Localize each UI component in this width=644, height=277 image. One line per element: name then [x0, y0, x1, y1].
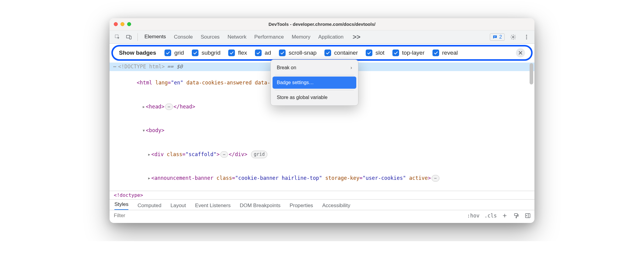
settings-icon[interactable]: [508, 32, 518, 42]
cls-toggle[interactable]: .cls: [484, 213, 497, 219]
traffic-lights: [114, 22, 131, 26]
svg-point-3: [513, 36, 514, 38]
ellipsis-pill[interactable]: ⋯: [432, 175, 439, 182]
close-icon: [518, 50, 523, 56]
styles-filter-input[interactable]: [113, 211, 462, 220]
subtab-computed[interactable]: Computed: [137, 203, 161, 209]
breadcrumbs[interactable]: <!doctype>: [110, 191, 534, 199]
svg-point-6: [526, 38, 527, 39]
checkbox-icon: [164, 50, 171, 56]
subtab-styles[interactable]: Styles: [114, 201, 128, 210]
close-window-button[interactable]: [114, 22, 118, 26]
issues-badge[interactable]: 2: [490, 33, 505, 41]
paint-icon[interactable]: [513, 213, 519, 219]
tab-application[interactable]: Application: [318, 34, 344, 40]
badge-checkbox-top-layer[interactable]: top-layer: [392, 50, 425, 56]
svg-rect-8: [516, 217, 517, 218]
badge-checkbox-subgrid[interactable]: subgrid: [192, 50, 220, 56]
checkbox-icon: [279, 50, 286, 56]
badge-checkbox-container[interactable]: container: [324, 50, 358, 56]
inspect-element-icon[interactable]: [113, 32, 122, 42]
badges-options: gridsubgridflexadscroll-snapcontainerslo…: [164, 50, 458, 56]
checkbox-icon: [432, 50, 439, 56]
badge-checkbox-flex[interactable]: flex: [228, 50, 247, 56]
checkbox-icon: [192, 50, 198, 56]
context-menu-item[interactable]: Break on›: [273, 62, 356, 74]
tab-memory[interactable]: Memory: [292, 34, 310, 40]
zoom-window-button[interactable]: [127, 22, 131, 26]
dom-row-announcement[interactable]: ▸<announcement-banner class="cookie-bann…: [110, 166, 534, 190]
show-badges-label: Show badges: [119, 50, 156, 56]
subtab-layout[interactable]: Layout: [171, 203, 186, 209]
subtab-accessibility[interactable]: Accessibility: [322, 203, 351, 209]
badge-checkbox-reveal[interactable]: reveal: [432, 50, 458, 56]
dom-row-scaffold[interactable]: ▸<div class="scaffold">⋯</div> grid: [110, 142, 534, 166]
checkbox-icon: [228, 50, 235, 56]
svg-point-4: [526, 35, 527, 36]
tab-performance[interactable]: Performance: [254, 34, 284, 40]
badge-checkbox-scroll-snap[interactable]: scroll-snap: [279, 50, 317, 56]
context-menu: Break on›Badge settings…Store as global …: [270, 60, 358, 106]
subtab-properties[interactable]: Properties: [290, 203, 313, 209]
dom-row-body[interactable]: ▾<body>: [110, 119, 534, 143]
svg-rect-7: [514, 214, 517, 216]
separator: [275, 75, 354, 75]
tab-network[interactable]: Network: [228, 34, 246, 40]
separator: [275, 90, 354, 90]
devtools-window: DevTools - developer.chrome.com/docs/dev…: [110, 18, 534, 223]
badge-checkbox-ad[interactable]: ad: [255, 50, 271, 56]
message-icon: [493, 35, 497, 39]
svg-rect-2: [130, 36, 131, 39]
tabs-overflow-icon[interactable]: >>: [353, 33, 361, 41]
checkbox-icon: [366, 50, 372, 56]
separator: [137, 33, 138, 41]
ellipsis-pill[interactable]: ⋯: [220, 151, 228, 158]
hov-toggle[interactable]: :hov: [467, 213, 480, 219]
badges-bar: Show badges gridsubgridflexadscroll-snap…: [111, 45, 533, 61]
more-menu-icon[interactable]: [522, 32, 531, 42]
tab-elements[interactable]: Elements: [144, 34, 166, 40]
minimize-window-button[interactable]: [120, 22, 124, 26]
styles-subtabs: StylesComputedLayoutEvent ListenersDOM B…: [110, 199, 534, 210]
main-tabs: ElementsConsoleSourcesNetworkPerformance…: [144, 33, 488, 41]
grid-badge[interactable]: grid: [251, 151, 267, 158]
badge-checkbox-slot[interactable]: slot: [366, 50, 385, 56]
context-menu-item[interactable]: Store as global variable: [273, 91, 356, 104]
collapse-icon[interactable]: ▾: [142, 127, 144, 135]
chevron-right-icon: ›: [351, 64, 352, 71]
subtab-event-listeners[interactable]: Event Listeners: [195, 203, 231, 209]
scrollbar-thumb[interactable]: [530, 63, 533, 84]
tab-sources[interactable]: Sources: [201, 34, 219, 40]
ellipsis-pill[interactable]: ⋯: [165, 104, 173, 110]
expand-icon[interactable]: ▸: [147, 151, 150, 159]
device-toolbar-icon[interactable]: [124, 32, 134, 42]
checkbox-icon: [255, 50, 262, 56]
row-menu-icon[interactable]: ⋯: [113, 63, 117, 71]
styles-toolbar: :hov .cls: [110, 210, 534, 223]
badge-checkbox-grid[interactable]: grid: [164, 50, 184, 56]
badges-close-button[interactable]: [516, 48, 525, 57]
context-menu-item[interactable]: Badge settings…: [273, 77, 356, 89]
styles-toolbar-icons: [502, 213, 531, 219]
window-title: DevTools - developer.chrome.com/docs/dev…: [110, 22, 534, 27]
expand-icon[interactable]: ▸: [142, 103, 144, 111]
computed-panel-toggle-icon[interactable]: [525, 213, 531, 219]
window-titlebar: DevTools - developer.chrome.com/docs/dev…: [110, 18, 534, 30]
toolbar-right: 2: [490, 32, 531, 42]
tab-console[interactable]: Console: [174, 34, 193, 40]
expand-icon[interactable]: ▸: [147, 174, 150, 182]
checkbox-icon: [324, 50, 331, 56]
dom-tree[interactable]: ⋯ <!DOCTYPE html> == $0 <html lang="en" …: [110, 63, 534, 191]
svg-point-5: [526, 36, 527, 37]
issues-count: 2: [499, 34, 502, 40]
subtab-dom-breakpoints[interactable]: DOM Breakpoints: [240, 203, 280, 209]
main-toolbar: ElementsConsoleSourcesNetworkPerformance…: [110, 30, 534, 44]
new-style-rule-icon[interactable]: [502, 213, 508, 219]
checkbox-icon: [392, 50, 399, 56]
breadcrumb-item[interactable]: <!doctype>: [114, 192, 143, 198]
